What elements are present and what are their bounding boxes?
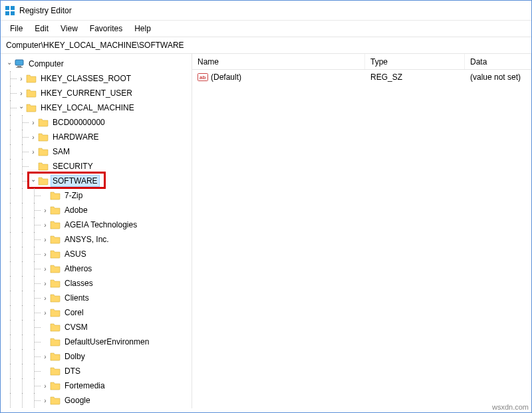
expand-icon[interactable]: › [29,118,38,127]
expand-icon[interactable]: › [41,264,50,273]
menu-file[interactable]: File [5,22,28,35]
tree-item[interactable]: DefaultUserEnvironmen [1,335,192,349]
folder-icon [50,249,61,259]
folder-icon [50,366,61,376]
tree-item-label: HKEY_LOCAL_MACHINE [39,102,136,113]
menu-bar: File Edit View Favorites Help [1,21,531,37]
tree-item-label: HARDWARE [51,132,100,142]
expand-icon[interactable]: › [29,147,38,156]
menu-view[interactable]: View [55,22,83,35]
tree-item-label: Computer [27,59,65,69]
tree-item[interactable]: ›Fortemedia [1,378,192,393]
address-bar [1,37,531,54]
tree-item[interactable]: ›Dolby [1,349,192,364]
tree-item[interactable]: ›Clients [1,291,192,305]
tree-item[interactable]: ›ASUS [1,247,192,261]
tree-item-label: ASUS [63,249,88,259]
folder-icon [26,102,37,113]
expand-icon[interactable]: › [17,88,26,98]
values-pane[interactable]: Name Type Data ab (Default) REG_SZ (valu… [192,54,531,408]
menu-favorites[interactable]: Favorites [84,22,128,35]
folder-icon [50,322,61,333]
folder-icon [50,278,61,289]
value-name: (Default) [211,72,241,82]
folder-icon [38,176,49,186]
split-panes: ⌄Computer›HKEY_CLASSES_ROOT›HKEY_CURRENT… [1,54,531,408]
expand-icon[interactable]: › [41,220,50,229]
tree-item[interactable]: ›Classes [1,276,192,291]
tree-item[interactable]: ›HARDWARE [1,130,192,144]
tree-pane[interactable]: ⌄Computer›HKEY_CLASSES_ROOT›HKEY_CURRENT… [1,54,192,408]
svg-rect-4 [15,60,23,65]
tree-item-label: CVSM [63,322,89,333]
tree-item-label: DefaultUserEnvironmen [63,337,150,347]
collapse-icon[interactable]: ⌄ [5,57,14,67]
expand-icon[interactable]: › [17,74,26,83]
expand-icon[interactable]: › [29,132,38,142]
folder-icon [50,190,61,201]
tree-item-label: Clients [63,293,90,303]
tree-item-label: 7-Zip [63,190,84,201]
col-header-type[interactable]: Type [365,54,465,69]
folder-icon [50,219,61,230]
tree-item[interactable]: DTS [1,364,192,378]
tree-item[interactable]: ⌄SOFTWARE [1,174,192,188]
tree-item[interactable]: ⌄HKEY_LOCAL_MACHINE [1,100,192,115]
value-type: REG_SZ [365,72,465,82]
tree-item[interactable]: ›HKEY_CLASSES_ROOT [1,71,192,86]
watermark: wsxdn.com [492,403,529,411]
folder-icon [38,132,49,142]
address-input[interactable] [5,40,527,51]
svg-rect-6 [16,67,23,68]
menu-edit[interactable]: Edit [29,22,54,35]
expand-icon[interactable]: › [41,235,50,244]
tree-item[interactable]: ›Atheros [1,261,192,276]
tree-item[interactable]: ›BCD00000000 [1,115,192,130]
folder-icon [38,146,49,157]
svg-rect-3 [11,11,15,15]
tree-item[interactable]: CVSM [1,320,192,335]
svg-rect-1 [11,6,15,10]
svg-text:ab: ab [200,74,205,80]
registry-tree: ⌄Computer›HKEY_CLASSES_ROOT›HKEY_CURRENT… [1,54,192,408]
collapse-icon[interactable]: ⌄ [17,101,26,110]
window-title: Registry Editor [19,6,72,15]
tree-item[interactable]: ›Google [1,393,192,408]
expand-icon[interactable]: › [41,279,50,288]
folder-icon [50,263,61,274]
expand-icon[interactable]: › [41,352,50,361]
col-header-name[interactable]: Name [192,54,365,69]
folder-icon [50,395,61,406]
app-icon [5,5,15,16]
tree-item-label: Atheros [63,263,93,274]
col-header-data[interactable]: Data [465,54,531,69]
tree-item[interactable]: ›ANSYS, Inc. [1,232,192,247]
expand-icon[interactable]: › [41,206,50,215]
tree-item[interactable]: ›AGEIA Technologies [1,217,192,232]
tree-item-label: BCD00000000 [51,117,106,128]
expand-icon[interactable]: › [41,293,50,303]
expand-icon[interactable]: › [41,396,50,405]
svg-rect-2 [5,11,9,15]
expand-icon[interactable]: › [41,308,50,317]
folder-icon [50,307,61,318]
tree-item[interactable]: 7-Zip [1,188,192,203]
tree-item-label: SOFTWARE [51,176,99,186]
expand-icon[interactable]: › [41,381,50,390]
value-row[interactable]: ab (Default) REG_SZ (value not set) [192,70,531,84]
collapse-icon[interactable]: ⌄ [29,174,38,184]
tree-item-label: Corel [63,307,85,318]
tree-item[interactable]: ›Adobe [1,203,192,217]
folder-icon [50,234,61,245]
tree-item[interactable]: ⌄Computer [1,57,192,71]
menu-help[interactable]: Help [129,22,156,35]
tree-item[interactable]: ›SAM [1,144,192,159]
folder-icon [38,161,49,172]
tree-item-label: Google [63,395,92,406]
folder-icon [50,351,61,362]
folder-icon [50,337,61,347]
tree-item[interactable]: ›HKEY_CURRENT_USER [1,86,192,100]
tree-item[interactable]: ›Corel [1,305,192,320]
expand-icon[interactable]: › [41,249,50,259]
tree-item[interactable]: SECURITY [1,159,192,174]
